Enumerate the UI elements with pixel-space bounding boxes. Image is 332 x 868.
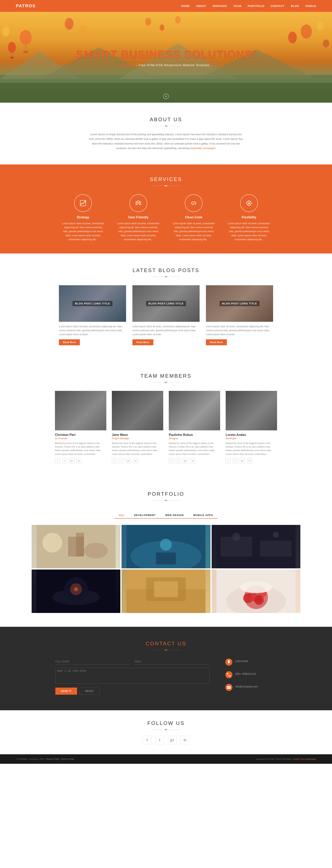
footer-terms-link[interactable]: Terms of Use (61, 758, 74, 760)
contact-email-text: info@company.com (235, 684, 258, 688)
portfolio-item-4[interactable] (32, 569, 120, 613)
team-member-4: Loreto Andas Developer Backed by some of… (226, 391, 277, 464)
svg-point-32 (247, 201, 248, 202)
svg-rect-58 (154, 581, 178, 597)
team-4-google-icon[interactable]: g+ (240, 458, 245, 463)
services-grid: Strategy Lorem ipsum dolor sit amet, con… (24, 194, 308, 242)
site-logo[interactable]: PATROS (16, 3, 35, 8)
reset-button[interactable]: RESET (79, 688, 100, 695)
team-2-twitter-icon[interactable]: t (119, 458, 124, 463)
diamond-2 (165, 125, 167, 127)
team-3-facebook-icon[interactable]: f (169, 458, 174, 463)
services-diamond-1 (164, 185, 165, 186)
portfolio-item-1[interactable] (32, 525, 120, 568)
portfolio-item-2[interactable] (121, 525, 210, 568)
svg-point-19 (145, 18, 151, 26)
contact-location-text: LOCATION (235, 658, 248, 663)
send-button[interactable]: SEND IT (55, 688, 77, 695)
team-diamond-2 (165, 381, 167, 383)
blog-diamonds (164, 276, 168, 277)
team-diamonds (164, 382, 168, 383)
nav-blog[interactable]: BLOG (291, 4, 299, 7)
team-1-facebook-icon[interactable]: f (55, 458, 60, 463)
team-name-2: Jane Manz (112, 433, 163, 437)
footer-privacy-link[interactable]: Privacy Policy (46, 758, 59, 760)
contact-title: CONTACT US (55, 641, 277, 647)
contact-divider (55, 649, 277, 651)
team-2-facebook-icon[interactable]: f (112, 458, 117, 463)
nav-home[interactable]: HOME (181, 4, 190, 7)
email-icon (225, 684, 232, 691)
hero-scroll-indicator[interactable]: ▼ (163, 94, 169, 99)
read-more-button-2[interactable]: Read More (132, 339, 154, 345)
team-1-linkedin-icon[interactable]: in (76, 458, 81, 463)
blog-image-2[interactable]: BLOG POST LONG TITLE (132, 285, 200, 322)
team-photo-3 (169, 391, 220, 430)
team-1-google-icon[interactable]: g+ (69, 458, 74, 463)
contact-layout: SEND IT RESET LOCATION 0051 7696 (55, 658, 277, 696)
follow-diamond-3 (167, 729, 168, 730)
portfolio-item-3[interactable] (212, 525, 300, 568)
team-2-google-icon[interactable]: g+ (126, 458, 131, 463)
nav-about[interactable]: ABOUT (196, 4, 206, 7)
contact-diamonds (164, 649, 168, 651)
team-3-twitter-icon[interactable]: t (176, 458, 181, 463)
read-more-button-3[interactable]: Read More (206, 339, 227, 345)
read-more-button-1[interactable]: Read More (59, 339, 80, 345)
nav-team[interactable]: TEAM (233, 4, 242, 7)
portfolio-item-5[interactable] (121, 569, 210, 613)
team-4-facebook-icon[interactable]: f (226, 458, 231, 463)
blog-image-1[interactable]: BLOG POST LONG TITLE (59, 285, 126, 322)
nav-contact[interactable]: CONTACT (271, 4, 284, 7)
team-4-linkedin-icon[interactable]: in (247, 458, 252, 463)
message-field (55, 668, 210, 684)
nav-services[interactable]: SERVICES (213, 4, 227, 7)
team-3-google-icon[interactable]: g+ (183, 458, 188, 463)
contact-divider-left (153, 650, 162, 650)
portfolio-img-4 (32, 569, 120, 613)
team-3-linkedin-icon[interactable]: in (190, 458, 195, 463)
clean-code-icon-circle (185, 194, 202, 212)
portfolio-tab-development[interactable]: DEVELOPMENT (129, 512, 161, 519)
portfolio-item-6[interactable] (212, 569, 300, 613)
contact-form-row-1 (55, 658, 210, 665)
team-2-linkedin-icon[interactable]: in (133, 458, 138, 463)
portfolio-tab-mobileapps[interactable]: MOBILE APPS (189, 512, 218, 519)
portfolio-tab-webdesign[interactable]: WEB DESIGN (161, 512, 189, 519)
full-name-input[interactable] (55, 658, 131, 665)
blog-label-1: BLOG POST LONG TITLE (73, 301, 112, 306)
blog-image-3[interactable]: BLOG POST LONG TITLE (206, 285, 273, 322)
follow-google-icon[interactable]: g+ (168, 736, 177, 744)
strategy-icon (79, 199, 87, 207)
portfolio-tab-all[interactable]: ALL (114, 512, 129, 519)
footer-theme-link[interactable]: Contact Your webmaster (293, 758, 316, 760)
portfolio-img-2 (121, 525, 210, 568)
contact-form-buttons: SEND IT RESET (55, 688, 210, 695)
service-clean-code: Clean Code Lorem ipsum dolor sit amet, c… (172, 194, 215, 242)
nav-portfolio[interactable]: PORTFOLIO (248, 4, 265, 7)
svg-point-35 (250, 204, 251, 205)
about-text-link[interactable]: essentially unchanged. (190, 147, 216, 150)
blog-diamond-3 (167, 276, 168, 277)
team-social-1: f t g+ in (55, 458, 106, 463)
message-textarea[interactable] (55, 668, 210, 684)
blog-text-3: Lorem ipsum dolor sit amet, consectetur … (206, 324, 273, 337)
portfolio-title: PORTFOLIO (32, 491, 300, 497)
contact-form: SEND IT RESET (55, 658, 210, 695)
team-4-twitter-icon[interactable]: t (233, 458, 238, 463)
nav-single[interactable]: SINGLE (306, 4, 316, 7)
portfolio-divider-right (170, 500, 179, 501)
service-clean-code-title: Clean Code (172, 216, 215, 219)
follow-facebook-icon[interactable]: f (143, 736, 151, 744)
team-bio-3: Backed by some of the biggest names in t… (169, 441, 220, 456)
contact-info: LOCATION 0051 7696221115 info@company.co… (225, 658, 277, 696)
team-1-twitter-icon[interactable]: t (62, 458, 67, 463)
portfolio-divider-left (153, 500, 162, 501)
email-input[interactable] (134, 658, 210, 665)
contact-location-item: LOCATION (225, 658, 277, 665)
follow-linkedin-icon[interactable]: in (181, 736, 189, 744)
follow-diamonds (164, 729, 168, 730)
follow-twitter-icon[interactable]: t (155, 736, 164, 744)
svg-point-40 (84, 543, 108, 558)
hero-brand: PATROS (122, 63, 135, 67)
